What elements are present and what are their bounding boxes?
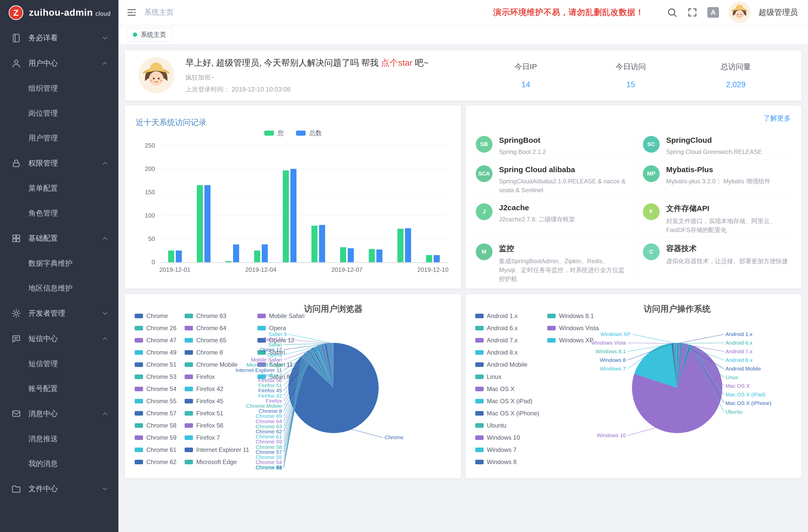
bar-group-3[interactable]: 2019-12-04	[246, 146, 275, 262]
legend-item-chrome-26[interactable]: Chrome 26	[135, 322, 177, 334]
legend-item-chrome-57[interactable]: Chrome 57	[135, 407, 177, 419]
legend-item-windows-7[interactable]: Windows 7	[475, 444, 539, 456]
bar-legend-item-0[interactable]: 您	[264, 129, 284, 137]
legend-item-chrome-49[interactable]: Chrome 49	[135, 346, 177, 359]
legend-item-chrome-61[interactable]: Chrome 61	[135, 444, 177, 456]
legend-item-windows-8[interactable]: Windows 8	[475, 456, 539, 468]
legend-item-firefox-42[interactable]: Firefox 42	[185, 383, 249, 395]
star-link[interactable]: 点个star	[381, 58, 412, 68]
sidebar-item-4[interactable]: 开发者管理	[0, 301, 118, 326]
legend-item-chrome-58[interactable]: Chrome 58	[135, 419, 177, 432]
legend-item-android-8-x[interactable]: Android 8.x	[475, 346, 539, 359]
legend-item-windows-xp[interactable]: Windows XP	[547, 334, 599, 346]
legend-item-chrome-8[interactable]: Chrome 8	[185, 346, 249, 359]
legend-item-chrome-59[interactable]: Chrome 59	[135, 432, 177, 444]
search-icon[interactable]	[667, 7, 677, 18]
legend-item-mac-os-x-ipad-[interactable]: Mac OS X (iPad)	[475, 395, 539, 407]
legend-item-android-1-x[interactable]: Android 1.x	[475, 310, 539, 322]
sidebar-subitem-3-0[interactable]: 数据字典维护	[0, 251, 118, 276]
feature-card-7[interactable]: C容器技术虚拟化容器技术，让迁移、部署更加方便快捷	[633, 237, 796, 286]
legend-item-windows-vista[interactable]: Windows Vista	[547, 322, 599, 334]
legend-item-microsoft-edge[interactable]: Microsoft Edge	[185, 456, 249, 468]
sidebar-item-0[interactable]: 务必详看	[0, 25, 118, 51]
legend-item-opera-12[interactable]: Opera 12	[257, 334, 305, 346]
sidebar-subitem-5-0[interactable]: 短信管理	[0, 351, 118, 376]
legend-item-android-6-x[interactable]: Android 6.x	[475, 322, 539, 334]
sidebar-subitem-1-0[interactable]: 组织管理	[0, 76, 118, 101]
legend-item-firefox-51[interactable]: Firefox 51	[185, 407, 249, 419]
learn-more-link[interactable]: 了解更多	[764, 114, 791, 123]
bar-group-6[interactable]: 2019-12-07	[332, 146, 361, 262]
legend-item-firefox-7[interactable]: Firefox 7	[185, 432, 249, 444]
sidebar-item-1[interactable]: 用户中心	[0, 51, 118, 76]
bar-group-8[interactable]	[390, 146, 419, 262]
legend-item-chrome[interactable]: Chrome	[135, 310, 177, 322]
feature-card-0[interactable]: SBSpringBootSpring Boot 2.1.2	[471, 130, 633, 159]
legend-item-android-mobile[interactable]: Android Mobile	[475, 359, 539, 371]
bar-group-5[interactable]	[304, 146, 332, 262]
bar-legend-item-1[interactable]: 总数	[296, 129, 322, 137]
legend-item-chrome-54[interactable]: Chrome 54	[135, 383, 177, 395]
font-size-icon[interactable]: A	[707, 7, 719, 18]
bar-group-2[interactable]	[218, 146, 246, 262]
sidebar-subitem-2-0[interactable]: 菜单配置	[0, 176, 118, 201]
fullscreen-icon[interactable]	[687, 7, 698, 18]
browser-pie[interactable]	[288, 343, 379, 433]
user-avatar[interactable]	[729, 1, 750, 23]
legend-item-chrome-64[interactable]: Chrome 64	[185, 322, 249, 334]
sidebar-subitem-1-1[interactable]: 岗位管理	[0, 101, 118, 126]
sidebar-item-7[interactable]: 文件中心	[0, 476, 118, 501]
legend-item-windows-10[interactable]: Windows 10	[475, 432, 539, 444]
bar-group-7[interactable]	[361, 146, 390, 262]
tab-home[interactable]: 系统主页	[127, 28, 172, 41]
legend-item-linux[interactable]: Linux	[475, 371, 539, 383]
legend-item-chrome-62[interactable]: Chrome 62	[135, 456, 177, 468]
feature-card-3[interactable]: MPMybatis-PlusMybatis-plus 3.2.0： Mybati…	[633, 159, 796, 198]
sidebar-item-6[interactable]: 消息中心	[0, 401, 118, 426]
legend-item-internet-explorer-11[interactable]: Internet Explorer 11	[185, 444, 249, 456]
visits-bar-chart[interactable]: 0501001502002502019-12-012019-12-042019-…	[134, 146, 449, 263]
sidebar-subitem-6-0[interactable]: 消息推送	[0, 426, 118, 451]
legend-item-chrome-mobile[interactable]: Chrome Mobile	[185, 359, 249, 371]
sidebar-subitem-3-1[interactable]: 地区信息维护	[0, 276, 118, 301]
sidebar-subitem-1-2[interactable]: 用户管理	[0, 126, 118, 151]
legend-item-chrome-55[interactable]: Chrome 55	[135, 395, 177, 407]
feature-card-2[interactable]: SCASpring Cloud alibabaSpringCloudAlibab…	[471, 159, 633, 198]
legend-item-chrome-53[interactable]: Chrome 53	[135, 371, 177, 383]
legend-item-firefox[interactable]: Firefox	[185, 371, 249, 383]
feature-card-4[interactable]: JJ2cacheJ2cache2.7.8: 二级缓存框架	[471, 197, 633, 237]
legend-item-android-7-x[interactable]: Android 7.x	[475, 334, 539, 346]
bar-group-4[interactable]	[275, 146, 304, 262]
legend-item-windows-8-1[interactable]: Windows 8.1	[547, 310, 599, 322]
legend-item-chrome-51[interactable]: Chrome 51	[135, 359, 177, 371]
feature-card-1[interactable]: SCSpringCloudSpring Cloud Greenwich.RELE…	[633, 130, 796, 159]
sidebar-subitem-6-1[interactable]: 我的消息	[0, 451, 118, 476]
legend-item-chrome-47[interactable]: Chrome 47	[135, 334, 177, 346]
sidebar-subitem-2-1[interactable]: 角色管理	[0, 201, 118, 226]
sidebar-item-5[interactable]: 短信中心	[0, 326, 118, 351]
sidebar-subitem-5-1[interactable]: 账号配置	[0, 376, 118, 401]
username[interactable]: 超级管理员	[758, 7, 798, 18]
bar-group-0[interactable]: 2019-12-01	[161, 146, 189, 262]
legend-item-mobile-safari[interactable]: Mobile Safari	[257, 310, 305, 322]
legend-item-chrome-65[interactable]: Chrome 65	[185, 334, 249, 346]
legend-item-mac-os-x[interactable]: Mac OS X	[475, 383, 539, 395]
pie-slice-label: Windows 8.1	[595, 348, 626, 354]
legend-item-firefox-45[interactable]: Firefox 45	[185, 395, 249, 407]
legend-item-opera[interactable]: Opera	[257, 322, 305, 334]
legend-item-chrome-63[interactable]: Chrome 63	[185, 310, 249, 322]
feature-card-6[interactable]: M监控集成SpringBootAdmin、Zipkin、Redis、Mysql、…	[471, 237, 633, 286]
legend-item-ubuntu[interactable]: Ubuntu	[475, 419, 539, 432]
sidebar-item-2[interactable]: 权限管理	[0, 151, 118, 176]
bar-group-1[interactable]	[189, 146, 218, 262]
os-pie[interactable]	[632, 343, 722, 433]
sidebar-item-3[interactable]: 基础配置	[0, 226, 118, 251]
menu-fold-icon[interactable]	[126, 7, 137, 18]
app-logo[interactable]: Z zuihou-admincloud	[0, 0, 118, 25]
legend-item-safari[interactable]: Safari	[257, 346, 305, 359]
legend-item-mac-os-x-iphone-[interactable]: Mac OS X (iPhone)	[475, 407, 539, 419]
bar	[369, 249, 375, 262]
bar-group-9[interactable]: 2019-12-10	[419, 146, 447, 262]
feature-card-5[interactable]: F文件存储API封装文件接口，实现本地存储、阿里云、FastDFS存储的配置化	[633, 197, 796, 237]
legend-item-firefox-56[interactable]: Firefox 56	[185, 419, 249, 432]
